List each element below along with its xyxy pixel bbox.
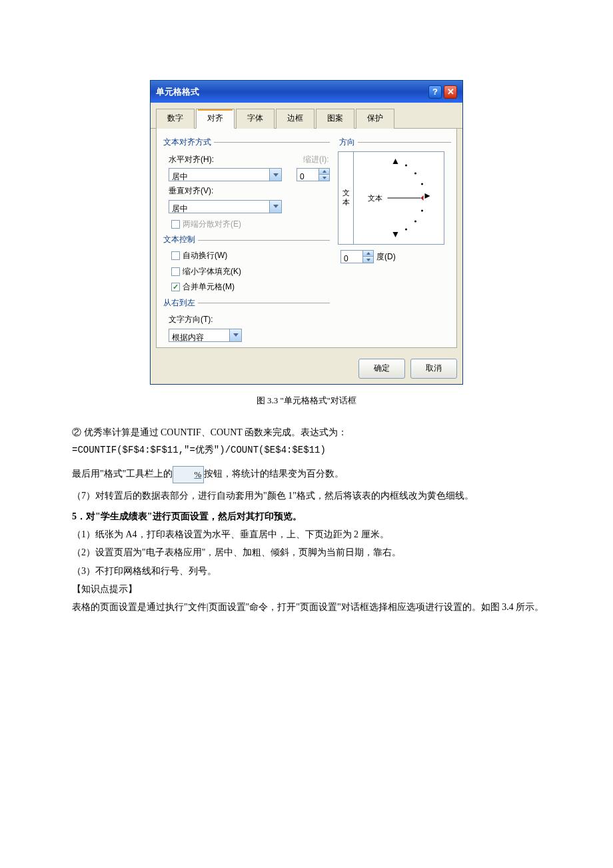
tab-strip: 数字 对齐 字体 边框 图案 保护 [151, 103, 462, 129]
dialog-footer: 确定 取消 [151, 353, 462, 384]
svg-point-3 [421, 183, 423, 185]
group-rtl: 从右到左 [162, 296, 195, 311]
orientation-vertical-button[interactable]: 文 本 [338, 151, 354, 245]
orientation-widget[interactable]: 文 本 [338, 151, 444, 245]
wrap-checkbox[interactable] [171, 251, 180, 260]
spinner-down-icon[interactable] [363, 257, 374, 263]
text-dir-value[interactable]: 根据内容 [169, 329, 230, 342]
close-button[interactable]: ✕ [444, 85, 457, 99]
tab-border[interactable]: 边框 [276, 109, 314, 129]
indent-label: 缩进(I): [303, 153, 330, 167]
cell-format-dialog: 单元格格式 ? ✕ 数字 对齐 字体 边框 图案 保护 文本对齐方式 [150, 80, 463, 385]
section-heading: 5．对"学生成绩表"进行页面设置，然后对其打印预览。 [53, 508, 560, 525]
text-dir-combo[interactable]: 根据内容 [169, 329, 242, 342]
svg-marker-4 [425, 193, 430, 199]
tab-font[interactable]: 字体 [236, 109, 275, 129]
tab-pattern[interactable]: 图案 [316, 109, 354, 129]
paragraph: ② 优秀率计算是通过 COUNTIF、COUNT 函数来完成。表达式为： [53, 424, 560, 441]
h-align-label: 水平对齐(H): [169, 153, 290, 167]
tab-alignment[interactable]: 对齐 [196, 109, 235, 129]
text-dir-label: 文字方向(T): [169, 313, 330, 327]
paragraph: （1）纸张为 A4，打印表格设置为水平、垂直居中，上、下页边距为 2 厘米。 [53, 526, 560, 543]
spinner-up-icon[interactable] [319, 168, 330, 175]
orientation-text-label: 文本 [368, 194, 382, 202]
dialog-body: 文本对齐方式 水平对齐(H): 居中 缩进(I): [156, 129, 457, 348]
paragraph: 【知识点提示】 [53, 581, 560, 597]
spinner-down-icon[interactable] [319, 175, 330, 181]
v-align-combo[interactable]: 居中 [169, 200, 282, 213]
dialog-figure: 单元格格式 ? ✕ 数字 对齐 字体 边框 图案 保护 文本对齐方式 [53, 80, 560, 385]
percent-icon: % [173, 466, 204, 483]
paragraph: （7）对转置后的数据表部分，进行自动套用为"颜色 1"格式，然后将该表的内框线改… [53, 487, 560, 504]
paragraph: 最后用"格式"工具栏上的%按钮，将统计的结果变为百分数。 [53, 465, 560, 483]
chevron-down-icon[interactable] [230, 329, 242, 342]
h-align-value[interactable]: 居中 [169, 168, 270, 181]
help-button[interactable]: ? [428, 85, 442, 99]
svg-point-5 [421, 209, 423, 211]
paragraph: 表格的页面设置是通过执行"文件|页面设置"命令，打开"页面设置"对话框选择相应选… [53, 599, 560, 615]
degree-value[interactable]: 0 [340, 250, 363, 263]
formula-text: =COUNTIF($F$4:$F$11,"=优秀")/COUNT($E$4:$E… [53, 442, 560, 459]
justify-distributed-checkbox [171, 220, 180, 229]
tab-protect[interactable]: 保护 [356, 109, 394, 129]
svg-point-6 [414, 220, 416, 222]
titlebar: 单元格格式 ? ✕ [151, 81, 462, 103]
spinner-up-icon[interactable] [363, 250, 374, 257]
justify-distributed-label: 两端分散对齐(E) [183, 217, 241, 232]
shrink-label: 缩小字体填充(K) [183, 265, 241, 279]
svg-marker-10 [421, 195, 424, 201]
chevron-down-icon[interactable] [270, 168, 282, 181]
svg-point-2 [414, 172, 416, 174]
svg-marker-8 [393, 232, 398, 237]
degree-spinner[interactable]: 0 [340, 250, 374, 263]
paragraph: （3）不打印网格线和行号、列号。 [53, 563, 560, 579]
svg-marker-0 [393, 159, 398, 164]
v-align-label: 垂直对齐(V): [169, 184, 330, 199]
indent-value[interactable]: 0 [297, 168, 319, 181]
figure-caption: 图 3.3 "单元格格式"对话框 [53, 393, 560, 408]
merge-label: 合并单元格(M) [183, 280, 235, 295]
tab-number[interactable]: 数字 [156, 109, 195, 129]
group-orientation: 方向 [338, 135, 355, 150]
group-text-align: 文本对齐方式 [162, 135, 211, 150]
v-align-value[interactable]: 居中 [169, 200, 270, 213]
ok-button[interactable]: 确定 [358, 359, 405, 379]
svg-point-1 [405, 164, 407, 166]
indent-spinner[interactable]: 0 [297, 168, 330, 181]
wrap-label: 自动换行(W) [183, 249, 227, 263]
chevron-down-icon[interactable] [270, 200, 282, 213]
degree-label: 度(D) [376, 250, 396, 265]
merge-checkbox[interactable] [171, 283, 180, 291]
paragraph: （2）设置页眉为"电子表格应用"，居中、加粗、倾斜，页脚为当前日期，靠右。 [53, 544, 560, 561]
shrink-checkbox[interactable] [171, 267, 180, 276]
group-text-control: 文本控制 [162, 233, 195, 247]
dialog-title: 单元格格式 [156, 84, 199, 99]
svg-point-7 [405, 228, 407, 230]
h-align-combo[interactable]: 居中 [169, 168, 282, 181]
orientation-arc[interactable]: 文本 [354, 151, 444, 245]
cancel-button[interactable]: 取消 [410, 359, 457, 379]
